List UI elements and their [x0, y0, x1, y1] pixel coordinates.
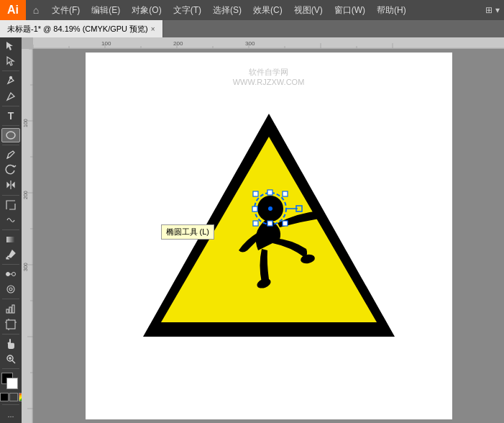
- menu-bar: Ai ⌂ 文件(F) 编辑(E) 对象(O) 文字(T) 选择(S) 效果(C)…: [0, 0, 504, 20]
- hand-tool[interactable]: [1, 337, 20, 351]
- stroke-indicator[interactable]: [9, 393, 18, 401]
- home-button[interactable]: ⌂: [26, 0, 46, 20]
- tool-separator-2: [2, 106, 19, 106]
- ellipse-tool[interactable]: [1, 128, 20, 142]
- scale-tool[interactable]: [1, 197, 20, 212]
- app-logo: Ai: [0, 0, 26, 20]
- svg-point-1: [6, 132, 15, 139]
- svg-text:300: 300: [23, 263, 28, 271]
- workspace-switcher[interactable]: ⊞ ▾: [484, 1, 501, 19]
- warning-sign: 椭圆工具 (L): [132, 99, 406, 373]
- svg-marker-3: [7, 183, 9, 187]
- svg-line-20: [12, 360, 15, 363]
- color-swatch-area[interactable]: [1, 373, 20, 390]
- tool-separator-4: [2, 145, 19, 145]
- svg-rect-68: [252, 206, 257, 212]
- menu-object[interactable]: 对象(O): [126, 1, 167, 19]
- svg-point-9: [7, 286, 14, 293]
- menu-items: 文件(F) 编辑(E) 对象(O) 文字(T) 选择(S) 效果(C) 视图(V…: [46, 1, 484, 19]
- svg-text:100: 100: [101, 40, 111, 47]
- svg-point-0: [10, 77, 12, 79]
- tool-separator-10: [2, 368, 19, 369]
- more-tools-button[interactable]: ...: [1, 407, 20, 422]
- watermark: 软件自学网 WWW.RJZXW.COM: [233, 67, 305, 86]
- blend-tool[interactable]: [1, 267, 20, 281]
- svg-rect-66: [267, 190, 272, 195]
- tool-separator-8: [2, 299, 19, 299]
- menu-select[interactable]: 选择(S): [207, 1, 247, 19]
- pen-tool[interactable]: [1, 73, 20, 88]
- toolbar: T: [0, 37, 22, 423]
- gradient-tool[interactable]: [1, 232, 20, 247]
- menu-file[interactable]: 文件(F): [46, 1, 86, 19]
- svg-point-59: [268, 206, 272, 211]
- tab-close-button[interactable]: ×: [151, 25, 155, 33]
- svg-text:200: 200: [173, 40, 183, 47]
- tool-separator-6: [2, 229, 19, 230]
- tool-separator-5: [2, 195, 19, 196]
- tab-label: 未标题-1* @ 84.19% (CMYK/GPU 预览): [7, 24, 148, 35]
- tab-document[interactable]: 未标题-1* @ 84.19% (CMYK/GPU 预览) ×: [0, 20, 163, 37]
- tool-separator-3: [2, 125, 19, 126]
- canvas-area: 100 200 300: [22, 37, 504, 423]
- svg-text:100: 100: [23, 119, 28, 127]
- menu-edit[interactable]: 编辑(E): [86, 1, 126, 19]
- artboard: 软件自学网 WWW.RJZXW.COM: [86, 53, 452, 419]
- graph-tool[interactable]: [1, 301, 20, 316]
- svg-rect-62: [253, 191, 258, 196]
- warning-sign-svg: [139, 106, 398, 365]
- svg-text:300: 300: [245, 40, 255, 47]
- svg-rect-67: [267, 221, 272, 226]
- warp-tool[interactable]: [1, 213, 20, 227]
- selection-tool[interactable]: [1, 39, 20, 53]
- tool-separator-9: [2, 334, 19, 335]
- color-mode-row: [0, 393, 22, 401]
- svg-rect-65: [283, 221, 288, 226]
- ruler-left: 100 200 300: [22, 49, 33, 423]
- tab-bar: 未标题-1* @ 84.19% (CMYK/GPU 预览) ×: [0, 20, 504, 37]
- svg-rect-5: [6, 237, 15, 242]
- svg-rect-13: [12, 305, 14, 313]
- svg-text:200: 200: [23, 191, 28, 199]
- background-color[interactable]: [6, 378, 18, 389]
- tool-separator-7: [2, 264, 19, 265]
- document-canvas: 软件自学网 WWW.RJZXW.COM: [33, 49, 504, 423]
- svg-point-10: [9, 288, 12, 291]
- tool-separator-11: [2, 404, 19, 405]
- menu-effects[interactable]: 效果(C): [247, 1, 288, 19]
- menu-text[interactable]: 文字(T): [168, 1, 207, 19]
- pencil-tool[interactable]: [1, 147, 20, 162]
- text-tool[interactable]: T: [1, 109, 20, 123]
- eyedropper-tool[interactable]: [1, 247, 20, 262]
- artboard-tool[interactable]: [1, 317, 20, 332]
- rotate-tool[interactable]: [1, 163, 20, 177]
- main-area: T: [0, 37, 504, 423]
- tool-separator-1: [2, 70, 19, 71]
- svg-rect-14: [6, 320, 15, 329]
- ruler-top: 100 200 300: [22, 37, 504, 49]
- add-anchor-tool[interactable]: [1, 88, 20, 103]
- zoom-tool[interactable]: [1, 352, 20, 366]
- direct-select-tool[interactable]: [1, 54, 20, 68]
- reflect-tool[interactable]: [1, 178, 20, 192]
- svg-rect-64: [253, 221, 258, 226]
- symbol-tool[interactable]: [1, 282, 20, 296]
- svg-rect-12: [9, 307, 12, 313]
- svg-rect-63: [283, 191, 288, 196]
- svg-point-6: [6, 273, 10, 276]
- svg-point-7: [12, 273, 16, 276]
- svg-rect-11: [6, 309, 9, 313]
- menu-help[interactable]: 帮助(H): [371, 1, 412, 19]
- fill-indicator[interactable]: [0, 393, 9, 401]
- menu-right: ⊞ ▾: [484, 1, 501, 19]
- menu-view[interactable]: 视图(V): [288, 1, 329, 19]
- svg-marker-4: [12, 183, 14, 187]
- menu-window[interactable]: 窗口(W): [329, 1, 371, 19]
